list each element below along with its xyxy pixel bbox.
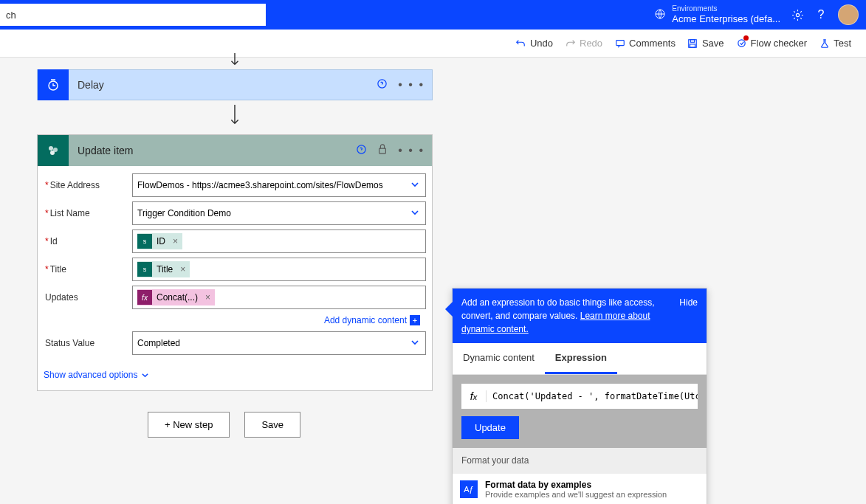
id-label: *Id <box>44 236 132 246</box>
format-title: Format data by examples <box>485 480 667 490</box>
redo-button: Redo <box>565 38 602 49</box>
remove-token-icon[interactable]: × <box>202 292 213 303</box>
flow-checker-button[interactable]: Flow checker <box>736 38 808 49</box>
chevron-down-icon <box>410 208 419 219</box>
sharepoint-icon <box>38 135 69 166</box>
sharepoint-token-icon: s <box>137 262 152 277</box>
delay-title: Delay <box>69 79 104 91</box>
tab-dynamic-content[interactable]: Dynamic content <box>453 343 545 374</box>
save-button[interactable]: Save <box>687 38 724 49</box>
more-icon[interactable]: • • • <box>398 78 425 92</box>
avatar[interactable] <box>838 4 859 25</box>
add-dynamic-content-link[interactable]: Add dynamic content <box>324 315 407 325</box>
env-name: Acme Enterprises (defa... <box>672 13 780 25</box>
undo-button[interactable]: Undo <box>515 38 553 49</box>
save-flow-button[interactable]: Save <box>244 412 300 438</box>
gear-icon[interactable] <box>791 8 804 21</box>
undo-icon <box>515 38 526 49</box>
comments-button[interactable]: Comments <box>614 38 676 49</box>
site-address-label: *Site Address <box>44 180 132 190</box>
status-label: Status Value <box>44 338 132 348</box>
expression-panel: Add an expression to do basic things lik… <box>452 288 707 504</box>
id-input[interactable]: s ID × <box>132 229 426 253</box>
format-icon: Aƒ <box>460 480 478 498</box>
updates-input[interactable]: fx Concat(...) × <box>132 286 426 309</box>
svg-rect-2 <box>616 40 624 45</box>
chevron-down-icon <box>410 338 419 349</box>
redo-label: Redo <box>580 38 602 49</box>
svg-point-9 <box>49 146 53 151</box>
sharepoint-token-icon: s <box>137 234 152 249</box>
more-icon[interactable]: • • • <box>398 144 425 157</box>
list-name-label: *List Name <box>44 208 132 218</box>
test-button[interactable]: Test <box>819 38 851 49</box>
fx-icon: fx <box>461 390 487 402</box>
status-value: Completed <box>137 338 180 348</box>
env-label: Environments <box>672 4 780 13</box>
expression-input[interactable]: fx Concat('Updated - ', formatDateTime(U… <box>461 384 698 409</box>
delay-icon <box>38 69 69 100</box>
status-input[interactable]: Completed <box>132 331 426 355</box>
site-address-value: FlowDemos - https://acmee3.sharepoint.co… <box>137 180 383 190</box>
svg-rect-4 <box>691 39 695 42</box>
lock-icon[interactable] <box>377 143 388 158</box>
fx-token-icon: fx <box>137 290 152 305</box>
updates-label: Updates <box>44 292 132 303</box>
search-input[interactable]: ch <box>0 4 266 26</box>
format-by-examples-item[interactable]: Aƒ Format data by examples Provide examp… <box>453 473 707 504</box>
site-address-input[interactable]: FlowDemos - https://acmee3.sharepoint.co… <box>132 173 426 197</box>
list-name-input[interactable]: Trigger Condition Demo <box>132 201 426 225</box>
connector-arrow-icon <box>198 53 272 66</box>
flow-canvas: Delay • • • Update item • • • *Site Addr… <box>0 53 866 438</box>
expr-head-text: Add an expression to do basic things lik… <box>461 296 679 336</box>
alert-dot-icon <box>743 35 749 41</box>
comments-label: Comments <box>629 38 676 49</box>
title-input[interactable]: s Title × <box>132 258 426 281</box>
comments-icon <box>614 38 625 49</box>
expression-value: Concat('Updated - ', formatDateTime(UtcN… <box>487 391 698 401</box>
flask-icon <box>819 38 830 49</box>
title-label: *Title <box>44 264 132 275</box>
title-token[interactable]: s Title × <box>137 261 190 277</box>
undo-label: Undo <box>530 38 553 49</box>
svg-point-11 <box>50 151 55 155</box>
plus-icon[interactable]: + <box>410 315 420 325</box>
connector-arrow-icon <box>198 105 272 125</box>
list-name-value: Trigger Condition Demo <box>137 208 231 218</box>
environment-picker[interactable]: Environments Acme Enterprises (defa... <box>654 4 780 25</box>
format-data-section-label: Format your data <box>453 448 707 473</box>
hide-panel-button[interactable]: Hide <box>679 296 698 336</box>
svg-rect-13 <box>379 148 386 153</box>
tab-expression[interactable]: Expression <box>545 343 617 374</box>
chevron-down-icon <box>141 371 149 379</box>
globe-icon <box>654 8 666 22</box>
test-label: Test <box>834 38 851 49</box>
update-item-header[interactable]: Update item • • • <box>38 135 432 166</box>
save-icon <box>687 38 698 49</box>
remove-token-icon[interactable]: × <box>177 264 188 275</box>
update-item-title: Update item <box>69 145 133 156</box>
show-advanced-link[interactable]: Show advanced options <box>38 362 432 390</box>
updates-token[interactable]: fx Concat(...) × <box>137 289 215 305</box>
svg-rect-5 <box>690 44 695 46</box>
save-label: Save <box>702 38 724 49</box>
help-circle-icon[interactable] <box>356 144 367 158</box>
update-item-card: Update item • • • *Site Address FlowDemo… <box>37 134 433 391</box>
format-subtitle: Provide examples and we'll suggest an ex… <box>485 490 667 499</box>
svg-point-1 <box>796 13 799 16</box>
chevron-down-icon <box>410 180 419 191</box>
remove-token-icon[interactable]: × <box>170 236 181 246</box>
new-step-button[interactable]: + New step <box>148 412 230 438</box>
help-icon[interactable]: ? <box>814 8 828 21</box>
flow-checker-label: Flow checker <box>751 38 808 49</box>
id-token[interactable]: s ID × <box>137 233 182 249</box>
update-expression-button[interactable]: Update <box>461 416 519 439</box>
svg-point-6 <box>738 40 744 46</box>
callout-pointer-icon <box>445 302 453 317</box>
redo-icon <box>565 38 576 49</box>
help-circle-icon[interactable] <box>377 78 388 92</box>
delay-action-card[interactable]: Delay • • • <box>37 69 433 100</box>
top-bar: ch Environments Acme Enterprises (defa..… <box>0 0 866 30</box>
